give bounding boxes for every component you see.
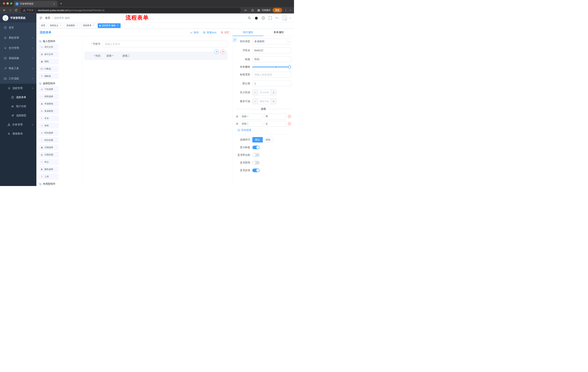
palette-item[interactable]: ∴级联选择	[39, 94, 59, 99]
grid-slider[interactable]	[252, 65, 291, 68]
bookmark-star-icon[interactable]	[250, 8, 255, 13]
zoom-window-button[interactable]	[10, 2, 12, 5]
avatar[interactable]	[282, 15, 287, 21]
field-name-input[interactable]	[252, 47, 291, 53]
new-tab-button[interactable]: +	[59, 1, 64, 6]
option-value-input[interactable]	[264, 121, 286, 127]
palette-item[interactable]: ◉单选框组	[39, 101, 59, 107]
url-field[interactable]: 不安全 | dashboard.yudao.iocoder.cn/bpm/man…	[21, 8, 241, 13]
add-option-button[interactable]: 添加选项	[237, 128, 291, 132]
palette-item[interactable]: ▭单行文本	[39, 44, 59, 50]
close-tag-icon[interactable]: ×	[59, 24, 62, 27]
delete-component-button[interactable]	[220, 49, 225, 54]
toggle-switch[interactable]	[252, 153, 260, 157]
minimize-window-button[interactable]	[7, 2, 9, 5]
chrome-caret-icon[interactable]	[289, 9, 292, 11]
tag-home[interactable]: 首页	[39, 23, 47, 28]
palette-item[interactable]: ⊸滑块	[39, 123, 59, 128]
forward-button[interactable]	[8, 8, 13, 13]
sidebar-item-task-management[interactable]: 任务管理	[0, 120, 36, 129]
font-size-icon[interactable]: TT	[275, 16, 279, 20]
palette-item[interactable]: ◷时间选择	[39, 130, 59, 136]
selected-component-gender[interactable]: 性别 选项一 选项二	[84, 52, 227, 60]
increase-button[interactable]: +	[271, 90, 276, 95]
link-icon[interactable]	[233, 37, 237, 42]
drag-handle-icon[interactable]	[236, 115, 239, 118]
sidebar-item-user-groups[interactable]: 用户分组	[0, 102, 36, 111]
sidebar-item-workflow[interactable]: 工作流程	[0, 74, 36, 84]
decrease-button[interactable]: −	[252, 99, 258, 104]
breadcrumb-home[interactable]: 首页	[45, 16, 50, 20]
component-type-select[interactable]: 多选框组	[252, 39, 291, 44]
toggle-switch[interactable]	[252, 146, 260, 149]
sidebar-logo[interactable]: 芋道管理系统	[0, 13, 36, 22]
avatar-caret-icon[interactable]	[289, 17, 291, 19]
tag-process-model[interactable]: 流程模型×	[64, 23, 80, 28]
tag-process-definition[interactable]: 流程定义×	[48, 23, 63, 28]
palette-item[interactable]: ✎编辑器	[39, 73, 59, 79]
tag-process-form-edit[interactable]: 流程表单-编辑×	[98, 23, 121, 28]
fullscreen-icon[interactable]	[268, 16, 273, 20]
palette-item[interactable]: ☆评分	[39, 159, 59, 165]
option-value-input[interactable]	[264, 114, 286, 119]
tab-form-props[interactable]: 表单属性	[263, 29, 294, 36]
option-label-input[interactable]	[240, 121, 262, 127]
browser-tab[interactable]: 芋道管理系统 ×	[14, 1, 57, 7]
style-default-button[interactable]: 默认	[252, 137, 263, 142]
copy-component-button[interactable]	[214, 49, 219, 54]
default-value-input[interactable]	[252, 81, 291, 86]
palette-item[interactable]: ▣密码	[39, 59, 59, 64]
remove-option-button[interactable]	[288, 115, 291, 118]
sidebar-item-process-form[interactable]: 流程表单	[0, 93, 36, 102]
palette-item[interactable]: ⇧上传	[39, 174, 59, 180]
toggle-switch[interactable]	[252, 169, 260, 172]
palette-item[interactable]: ▤多行文本	[39, 51, 59, 57]
close-tab-icon[interactable]: ×	[52, 2, 56, 5]
sidebar-item-home[interactable]: 首页	[0, 22, 36, 33]
reload-button[interactable]	[13, 8, 19, 13]
clear-button[interactable]: 清空	[220, 31, 229, 34]
increase-button[interactable]: +	[271, 99, 276, 104]
sidebar-item-infrastructure[interactable]: 基础设施	[0, 53, 36, 63]
label-width-input[interactable]	[252, 72, 291, 77]
sidebar-item-process-model[interactable]: 流程模型	[0, 111, 36, 120]
help-icon[interactable]: ?	[261, 16, 266, 20]
close-tag-icon[interactable]: ×	[116, 24, 119, 27]
search-icon[interactable]	[247, 16, 252, 20]
slider-handle[interactable]	[288, 65, 291, 68]
save-button[interactable]: 保存	[190, 31, 199, 34]
palette-item[interactable]: 123计数器	[39, 66, 59, 72]
sidebar-item-devtools[interactable]: 研发工具	[0, 63, 36, 74]
gender-option1-checkbox[interactable]: 选项一	[103, 54, 114, 57]
palette-item[interactable]: ◩颜色选择	[39, 166, 59, 172]
back-button[interactable]	[2, 8, 7, 13]
palette-item[interactable]: ▥日期范围	[39, 152, 59, 158]
browser-menu-icon[interactable]: ⋮	[284, 9, 288, 12]
close-tag-icon[interactable]: ×	[92, 24, 95, 27]
close-tag-icon[interactable]: ×	[76, 24, 78, 27]
hamburger-icon[interactable]	[39, 16, 42, 20]
sidebar-item-process-management[interactable]: 流程管理	[0, 84, 36, 93]
palette-item[interactable]: ◎下拉选择	[39, 86, 59, 92]
style-button-button[interactable]: 按钮	[263, 137, 273, 142]
tag-process-form[interactable]: 流程表单×	[81, 23, 97, 28]
palette-item[interactable]: ◐开关	[39, 115, 59, 121]
tab-component-props[interactable]: 组件属性	[233, 29, 263, 36]
title-input[interactable]	[252, 56, 291, 62]
github-icon[interactable]	[254, 16, 259, 20]
option-label-input[interactable]	[240, 114, 262, 119]
palette-item[interactable]: ▦日期选择	[39, 145, 59, 150]
palette-item[interactable]: ☑多选框组	[39, 108, 59, 114]
phone-input[interactable]	[103, 41, 227, 47]
remove-option-button[interactable]	[288, 122, 291, 125]
close-window-button[interactable]	[3, 2, 5, 5]
gender-option2-checkbox[interactable]: 选项二	[119, 54, 130, 57]
decrease-button[interactable]: −	[252, 90, 258, 95]
sidebar-item-system[interactable]: 系统管理	[0, 33, 36, 43]
toggle-switch[interactable]	[252, 161, 260, 165]
drag-handle-icon[interactable]	[236, 122, 239, 125]
update-button[interactable]: 更新	[273, 8, 282, 12]
sidebar-item-payment[interactable]: ¥ 支付管理	[0, 43, 36, 53]
palette-item[interactable]: ◔时间范围	[39, 137, 59, 143]
view-json-button[interactable]: 查看json	[203, 31, 217, 34]
